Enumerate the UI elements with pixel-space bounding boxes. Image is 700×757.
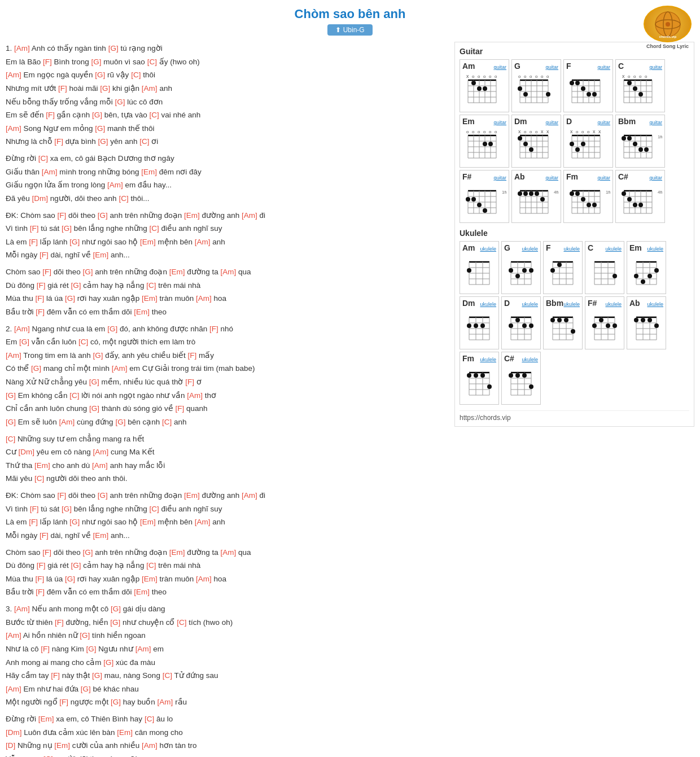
chord-card-fm[interactable]: Fmguitar1fr — [563, 170, 613, 223]
chord-name: G — [514, 62, 520, 71]
chord-name: D — [566, 117, 572, 126]
chord-marker: [F] — [36, 308, 45, 316]
svg-text:o: o — [495, 129, 497, 134]
svg-text:o: o — [541, 74, 544, 79]
chord-type: guitar — [545, 120, 558, 125]
svg-text:o: o — [546, 74, 549, 79]
ukulele-chord-card-am[interactable]: Amukulele — [460, 241, 499, 294]
svg-point-170 — [483, 208, 487, 213]
svg-text:1fr: 1fr — [658, 134, 662, 139]
svg-point-366 — [515, 373, 520, 378]
chord-marker: [C] — [146, 561, 156, 570]
chord-marker: [F] — [46, 111, 55, 119]
ukulele-chord-card-g[interactable]: Gukulele — [501, 241, 541, 294]
svg-point-276 — [641, 279, 645, 284]
chord-marker: [G] — [98, 491, 108, 500]
chord-card-c[interactable]: Cguitaroooox — [615, 59, 665, 112]
chord-card-f[interactable]: Fguitar — [563, 59, 613, 112]
chord-card-am[interactable]: Amguitarooooox — [460, 59, 509, 112]
ukulele-chord-card-d[interactable]: Dukulele — [501, 296, 541, 349]
ukulele-chord-card-f[interactable]: Fukulele — [543, 241, 583, 294]
author-badge[interactable]: ⬆ Ubin-G — [327, 24, 372, 36]
chord-card-c#[interactable]: C#guitar4fr — [615, 170, 665, 223]
chord-marker: [Em] — [117, 728, 133, 737]
lyric-line: Vì tình [F] tú sát [G] bên lắng nghe nhữ… — [6, 502, 449, 516]
chord-marker: [Em] — [141, 168, 157, 176]
ukulele-chord-card-f#[interactable]: F#ukulele — [585, 296, 624, 349]
svg-point-167 — [466, 197, 470, 202]
svg-text:o: o — [581, 129, 584, 134]
ukulele-chord-card-em[interactable]: Emukulele — [627, 241, 666, 294]
lyric-line: Nhưng là chỗ [F] dựa bình [G] yên anh [C… — [6, 135, 449, 148]
ukulele-chord-card-dm[interactable]: Dmukulele — [460, 296, 499, 349]
svg-point-153 — [638, 147, 643, 152]
page-header: Chòm sao bên anh ⬆ Ubin-G — [0, 0, 700, 39]
svg-point-73 — [633, 86, 637, 91]
ukulele-chord-card-c[interactable]: Cukulele — [585, 241, 624, 294]
svg-point-244 — [529, 268, 533, 273]
svg-point-37 — [523, 92, 528, 97]
chord-marker: [Am] — [6, 351, 21, 360]
chord-marker: [F] — [185, 378, 194, 386]
svg-text:4fr: 4fr — [554, 190, 558, 195]
chord-diagram: oooooo — [462, 127, 506, 165]
svg-point-218 — [627, 197, 632, 202]
chord-marker: [Em] — [93, 531, 109, 540]
chord-marker: [G] — [100, 84, 110, 93]
svg-text:o: o — [587, 129, 590, 134]
svg-text:x: x — [570, 129, 573, 134]
chord-card-f#[interactable]: F#guitar1fr — [460, 170, 509, 223]
svg-point-220 — [638, 203, 643, 207]
chord-card-dm[interactable]: Dmguitaroooxxx — [511, 115, 561, 168]
chord-card-ab[interactable]: Abguitar4fr — [511, 170, 561, 223]
lyric-line: Đã yêu [Dm] người, dõi theo anh [C] thôi… — [6, 192, 449, 205]
svg-point-200 — [570, 191, 574, 196]
svg-point-131 — [575, 147, 580, 152]
svg-point-341 — [648, 318, 652, 322]
chord-card-g[interactable]: Gguitaroooooo — [511, 59, 561, 112]
svg-text:o: o — [472, 74, 475, 79]
svg-point-111 — [523, 142, 528, 146]
svg-point-17 — [477, 86, 482, 91]
chord-marker: [C] — [6, 435, 15, 443]
svg-point-327 — [599, 318, 603, 322]
chord-marker: [G] — [71, 561, 81, 570]
chord-marker: [Am] — [242, 211, 257, 220]
svg-point-184 — [523, 191, 528, 196]
svg-point-342 — [654, 323, 659, 328]
ukulele-chord-card-fm[interactable]: Fmukulele — [460, 352, 499, 405]
lyric-line: Đừng rời [C] xa em, cô gái Bạch Dương th… — [6, 152, 449, 165]
svg-point-303 — [529, 323, 533, 328]
chord-card-bbm[interactable]: Bbmguitar1fr — [615, 115, 665, 168]
chord-marker: [G] — [91, 58, 102, 66]
chord-marker: [G] — [86, 645, 97, 653]
chord-card-em[interactable]: Emguitaroooooo — [460, 115, 509, 168]
lyric-line: Thứ tha [Em] cho anh dù [Am] anh hay mắc… — [6, 459, 449, 472]
ukulele-chord-card-bbm[interactable]: Bbmukulele — [543, 296, 583, 349]
chord-marker: [Am] — [6, 631, 21, 640]
chord-marker: [F] — [209, 325, 218, 333]
chord-marker: [G] — [110, 618, 120, 627]
lyric-line: Chòm sao [F] dõi theo [G] anh trên những… — [6, 546, 449, 559]
chord-marker: [Am] — [195, 518, 211, 526]
svg-text:o: o — [472, 129, 475, 134]
svg-point-326 — [592, 323, 597, 328]
svg-point-38 — [546, 92, 550, 97]
svg-point-368 — [529, 384, 533, 389]
chord-marker: [G] — [103, 658, 113, 667]
chord-marker: [F] — [54, 137, 63, 146]
lyric-line: Giấu thân [Am] mình trong những bóng [Em… — [6, 165, 449, 179]
chord-marker: [F] — [42, 548, 51, 557]
chord-marker: [G] — [92, 671, 102, 680]
chord-card-d[interactable]: Dguitaroooxxx — [563, 115, 613, 168]
chord-diagram: 4fr — [618, 182, 662, 221]
chord-marker: [Em] — [184, 491, 200, 500]
chord-marker: [F] — [175, 404, 184, 413]
ukulele-chord-card-ab[interactable]: Abukulele — [627, 296, 666, 349]
ukulele-chord-card-c#[interactable]: C#ukulele — [501, 352, 541, 405]
svg-point-365 — [509, 373, 513, 378]
chord-marker: [Am] — [107, 181, 123, 189]
site-url[interactable]: https://chords.vip — [460, 410, 689, 422]
chord-marker: [G] — [62, 505, 72, 513]
chord-marker: [Am] — [242, 491, 257, 500]
